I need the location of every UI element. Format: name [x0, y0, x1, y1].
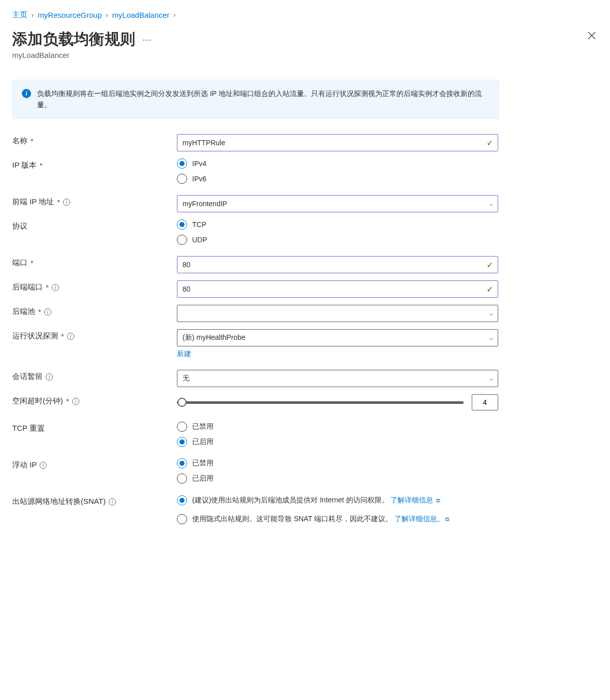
backend-port-input[interactable]: [177, 280, 498, 298]
protocol-udp-radio[interactable]: UDP: [177, 235, 498, 245]
snat-learn-more-link-2[interactable]: 了解详细信息。⧉: [394, 515, 449, 523]
backend-port-label: 后端端口: [12, 282, 43, 292]
ip-version-ipv6-radio[interactable]: IPv6: [177, 174, 498, 184]
info-icon[interactable]: i: [72, 398, 79, 405]
check-icon: ✓: [486, 260, 493, 270]
info-icon: i: [22, 89, 31, 98]
chevron-right-icon: ›: [173, 11, 175, 19]
more-actions-button[interactable]: ⋯: [142, 34, 152, 45]
breadcrumb-load-balancer[interactable]: myLoadBalancer: [112, 11, 170, 19]
chevron-right-icon: ›: [32, 11, 34, 19]
health-probe-new-link[interactable]: 新建: [177, 349, 191, 359]
port-label: 端口: [12, 258, 27, 268]
close-icon: [588, 31, 596, 40]
snat-implicit-radio[interactable]: 使用隐式出站规则。这可能导致 SNAT 端口耗尽，因此不建议。 了解详细信息。⧉: [177, 514, 498, 524]
breadcrumb: 主页 › myResourceGroup › myLoadBalancer ›: [12, 10, 598, 20]
health-probe-label: 运行状况探测: [12, 331, 58, 341]
info-icon[interactable]: i: [46, 373, 53, 380]
info-icon[interactable]: i: [40, 462, 47, 469]
breadcrumb-home[interactable]: 主页: [12, 10, 27, 20]
snat-recommended-radio[interactable]: (建议)使用出站规则为后端池成员提供对 Internet 的访问权限。 了解详细…: [177, 495, 498, 505]
session-persist-select[interactable]: 无 ⌵: [177, 370, 498, 387]
session-persist-label: 会话暂留: [12, 372, 43, 381]
frontend-ip-select[interactable]: myFrontendIP ⌵: [177, 195, 498, 212]
floating-ip-disabled-radio[interactable]: 已禁用: [177, 458, 498, 468]
chevron-right-icon: ›: [106, 11, 108, 19]
protocol-label: 协议: [12, 221, 27, 231]
info-icon[interactable]: i: [63, 199, 70, 206]
snat-label: 出站源网络地址转换(SNAT): [12, 497, 106, 506]
snat-learn-more-link-1[interactable]: 了解详细信息 ⧉: [390, 496, 440, 504]
close-button[interactable]: [586, 29, 598, 43]
info-banner-text: 负载均衡规则将在一组后端池实例之间分发发送到所选 IP 地址和端口组合的入站流量…: [37, 88, 490, 110]
info-icon[interactable]: i: [44, 308, 51, 315]
floating-ip-label: 浮动 IP: [12, 460, 37, 470]
chevron-down-icon: ⌵: [490, 334, 493, 341]
tcp-reset-label: TCP 重置: [12, 424, 45, 433]
check-icon: ✓: [486, 138, 493, 148]
info-icon[interactable]: i: [109, 498, 116, 505]
external-link-icon: ⧉: [436, 497, 440, 503]
page-title: 添加负载均衡规则: [12, 29, 135, 50]
port-input[interactable]: [177, 256, 498, 273]
info-icon[interactable]: i: [67, 333, 74, 340]
backend-pool-select[interactable]: ⌵: [177, 305, 498, 322]
external-link-icon: ⧉: [445, 516, 449, 522]
name-input[interactable]: [177, 134, 498, 151]
chevron-down-icon: ⌵: [490, 310, 493, 317]
idle-timeout-value[interactable]: [472, 394, 498, 410]
ip-version-ipv4-radio[interactable]: IPv4: [177, 158, 498, 169]
name-label: 名称: [12, 136, 27, 146]
page-subtitle: myLoadBalancer: [12, 51, 152, 59]
tcp-reset-disabled-radio[interactable]: 已禁用: [177, 422, 498, 432]
protocol-tcp-radio[interactable]: TCP: [177, 219, 498, 230]
idle-timeout-slider[interactable]: [177, 397, 464, 407]
idle-timeout-label: 空闲超时(分钟): [12, 396, 63, 406]
breadcrumb-resource-group[interactable]: myResourceGroup: [38, 11, 102, 19]
health-probe-select[interactable]: (新) myHealthProbe ⌵: [177, 329, 498, 346]
chevron-down-icon: ⌵: [490, 200, 493, 207]
chevron-down-icon: ⌵: [490, 375, 493, 382]
frontend-ip-label: 前端 IP 地址: [12, 197, 54, 207]
check-icon: ✓: [486, 284, 493, 294]
floating-ip-enabled-radio[interactable]: 已启用: [177, 473, 498, 484]
tcp-reset-enabled-radio[interactable]: 已启用: [177, 437, 498, 447]
info-banner: i 负载均衡规则将在一组后端池实例之间分发发送到所选 IP 地址和端口组合的入站…: [12, 80, 499, 119]
info-icon[interactable]: i: [52, 284, 59, 291]
ip-version-label: IP 版本: [12, 161, 37, 170]
backend-pool-label: 后端池: [12, 307, 35, 316]
